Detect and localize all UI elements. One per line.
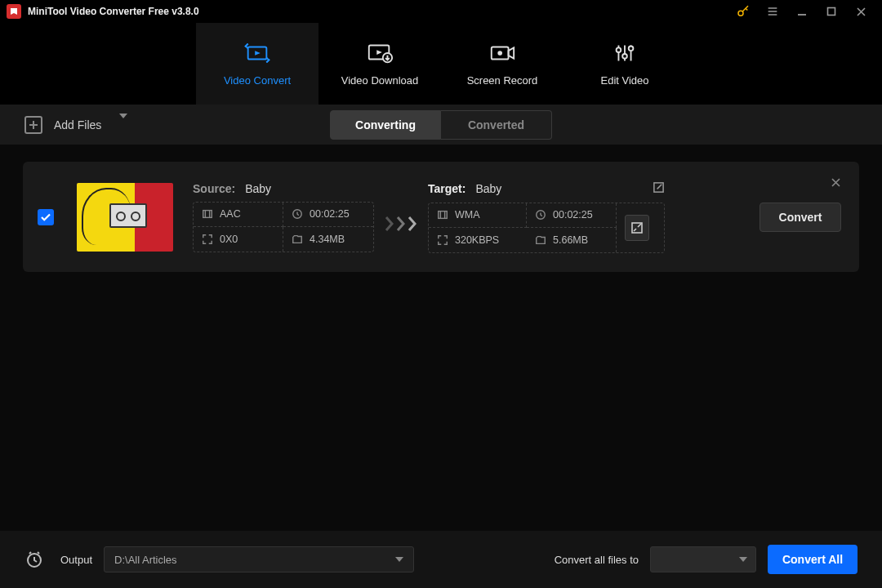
app-logo-icon <box>7 4 21 19</box>
file-item-card: Source: Baby AAC 00:02:25 0X0 4 <box>23 162 859 272</box>
target-bitrate-cell: 320KBPS <box>429 228 527 252</box>
tab-video-convert[interactable]: Video Convert <box>196 23 318 105</box>
convert-item-button[interactable]: Convert <box>760 203 841 232</box>
filesize-icon <box>535 234 546 246</box>
tab-label: Video Download <box>341 74 418 87</box>
app-title: MiniTool Video Converter Free v3.8.0 <box>28 6 199 17</box>
svg-rect-10 <box>203 211 212 218</box>
hamburger-menu-icon[interactable] <box>758 0 787 23</box>
resolution-icon <box>437 234 448 246</box>
resolution-icon <box>202 234 213 245</box>
target-codec-cell: WMA <box>429 203 527 228</box>
chevron-down-icon <box>739 557 747 562</box>
window-maximize-button[interactable] <box>817 0 846 23</box>
segment-converting[interactable]: Converting <box>330 110 441 140</box>
source-size-cell: 4.34MB <box>283 227 373 252</box>
footer-bar: Output D:\All Articles Convert all files… <box>0 531 882 588</box>
convert-arrow-icon <box>384 215 418 233</box>
target-format-select[interactable] <box>650 546 756 572</box>
source-name: Baby <box>245 182 271 195</box>
target-label: Target: <box>428 182 466 195</box>
source-label: Source: <box>193 182 235 195</box>
target-settings-button[interactable] <box>625 215 649 241</box>
chevron-down-icon <box>395 557 403 562</box>
history-clock-icon[interactable] <box>24 550 44 569</box>
tab-label: Edit Video <box>600 74 648 87</box>
edit-target-icon[interactable] <box>653 181 665 196</box>
source-resolution-cell: 0X0 <box>194 227 283 252</box>
svg-rect-13 <box>439 212 448 219</box>
segment-converted[interactable]: Converted <box>441 110 552 140</box>
source-info-block: Source: Baby AAC 00:02:25 0X0 4 <box>193 182 374 252</box>
add-files-button[interactable]: Add Files <box>24 116 127 134</box>
title-bar: MiniTool Video Converter Free v3.8.0 <box>0 0 882 23</box>
tab-video-download[interactable]: Video Download <box>318 23 441 105</box>
tab-label: Screen Record <box>467 74 538 87</box>
main-nav: Video Convert Video Download Screen Reco… <box>0 23 882 105</box>
svg-point-6 <box>497 51 502 56</box>
window-close-button[interactable] <box>846 0 875 23</box>
chevron-down-icon <box>119 118 127 131</box>
filesize-icon <box>292 234 303 245</box>
convert-all-to-label: Convert all files to <box>555 554 639 566</box>
clock-icon <box>292 208 303 220</box>
tab-edit-video[interactable]: Edit Video <box>564 23 686 105</box>
svg-point-0 <box>738 11 743 16</box>
source-duration-cell: 00:02:25 <box>283 203 373 227</box>
target-size-cell: 5.66MB <box>527 228 617 252</box>
output-folder-value: D:\All Articles <box>114 554 177 566</box>
codec-icon <box>202 208 213 220</box>
sub-toolbar: Add Files Converting Converted <box>0 105 882 145</box>
target-duration-cell: 00:02:25 <box>527 203 617 228</box>
content-area: Source: Baby AAC 00:02:25 0X0 4 <box>0 145 882 288</box>
status-segmented-control: Converting Converted <box>330 110 552 140</box>
svg-point-9 <box>629 46 634 51</box>
window-minimize-button[interactable] <box>787 0 817 23</box>
convert-all-button[interactable]: Convert All <box>768 545 858 574</box>
output-label: Output <box>60 554 92 566</box>
svg-point-7 <box>617 47 621 52</box>
target-info-block: Target: Baby WMA 00:02:25 <box>428 181 665 253</box>
output-folder-select[interactable]: D:\All Articles <box>104 546 414 572</box>
target-settings-cell <box>617 203 657 252</box>
add-plus-icon <box>24 116 42 134</box>
source-codec-cell: AAC <box>194 203 283 227</box>
codec-icon <box>437 209 448 220</box>
item-checkbox[interactable] <box>38 209 54 225</box>
tab-label: Video Convert <box>224 74 291 87</box>
remove-item-button[interactable] <box>831 176 841 191</box>
target-name: Baby <box>475 182 501 195</box>
clock-icon <box>535 209 546 220</box>
item-thumbnail <box>77 183 173 252</box>
upgrade-key-icon[interactable] <box>728 0 758 23</box>
svg-rect-1 <box>828 8 835 16</box>
add-files-label: Add Files <box>54 118 101 131</box>
svg-point-8 <box>622 53 627 58</box>
tab-screen-record[interactable]: Screen Record <box>441 23 564 105</box>
